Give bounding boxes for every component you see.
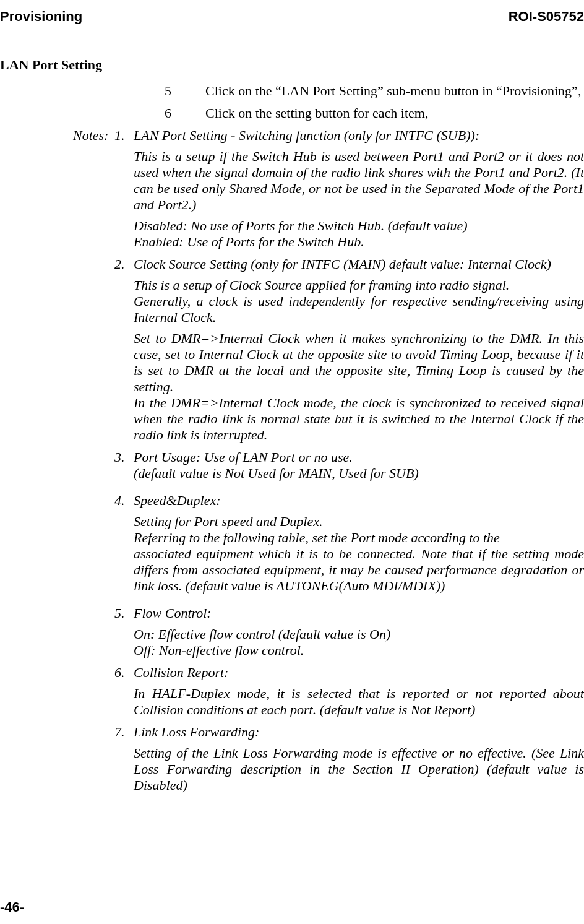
note-para: On: Effective flow control (default valu… [134,626,584,658]
note-para: Set to DMR=>Internal Clock when it makes… [134,330,584,443]
step-text: Click on the setting button for each ite… [205,105,584,121]
note-6: 6. Collision Report: In HALF-Duplex mode… [0,665,584,718]
note-1: 1. LAN Port Setting - Switching function… [0,127,584,250]
body-area: 5 Click on the “LAN Port Setting” sub-me… [0,83,584,800]
note-number: 4. [114,493,125,509]
header-left: Provisioning [0,9,82,25]
notes-block: Notes: 1. LAN Port Setting - Switching f… [0,127,584,793]
header-right: ROI-S05752 [509,9,584,25]
note-title: Collision Report: [134,665,584,681]
note-number: 5. [114,605,125,621]
step-6: 6 Click on the setting button for each i… [165,105,584,121]
note-para: Setting for Port speed and Duplex. Refer… [134,514,584,594]
note-number: 3. [114,449,125,465]
note-para: Disabled: No use of Ports for the Switch… [134,218,584,250]
note-para: In HALF-Duplex mode, it is selected that… [134,686,584,718]
note-title: Flow Control: [134,605,584,621]
step-text: Click on the “LAN Port Setting” sub-menu… [205,83,584,99]
note-title: Clock Source Setting (only for INTFC (MA… [134,256,584,272]
note-title: Link Loss Forwarding: [134,724,584,740]
step-number: 6 [165,105,171,121]
page: Provisioning ROI-S05752 LAN Port Setting… [0,0,584,924]
section-heading: LAN Port Setting [0,57,102,73]
note-para: This is a setup of Clock Source applied … [134,277,584,326]
note-4: 4. Speed&Duplex: Setting for Port speed … [0,493,584,594]
note-7: 7. Link Loss Forwarding: Setting of the … [0,724,584,793]
note-2: 2. Clock Source Setting (only for INTFC … [0,256,584,443]
note-3: 3. Port Usage: Use of LAN Port or no use… [0,449,584,481]
note-title: Port Usage: Use of LAN Port or no use. (… [134,449,584,481]
note-number: 1. [114,127,125,144]
step-number: 5 [165,83,171,99]
note-number: 7. [114,724,125,740]
note-number: 2. [114,256,125,272]
note-5: 5. Flow Control: On: Effective flow cont… [0,605,584,658]
step-5: 5 Click on the “LAN Port Setting” sub-me… [165,83,584,99]
note-title: Speed&Duplex: [134,493,584,509]
note-number: 6. [114,665,125,681]
page-number: -46- [0,899,24,915]
note-title: LAN Port Setting - Switching function (o… [134,127,584,144]
note-para: Setting of the Link Loss Forwarding mode… [134,745,584,793]
steps: 5 Click on the “LAN Port Setting” sub-me… [165,83,584,121]
note-para: This is a setup if the Switch Hub is use… [134,149,584,213]
